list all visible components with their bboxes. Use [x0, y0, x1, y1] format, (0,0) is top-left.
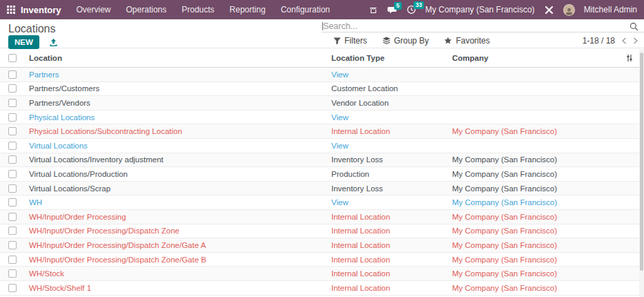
- table-row[interactable]: Virtual Locations View: [0, 139, 639, 153]
- table-row[interactable]: WH View My Company (San Francisco): [0, 195, 639, 210]
- vertical-scrollbar[interactable]: [639, 49, 644, 297]
- row-checkbox[interactable]: [8, 84, 17, 93]
- cell-location-type[interactable]: View: [331, 142, 452, 150]
- optional-columns-icon[interactable]: [620, 54, 639, 62]
- cell-location[interactable]: Partners: [22, 70, 331, 79]
- row-checkbox[interactable]: [8, 227, 17, 235]
- tools-icon[interactable]: [544, 5, 554, 15]
- select-all-checkbox[interactable]: [8, 54, 17, 62]
- row-checkbox[interactable]: [8, 284, 17, 292]
- cell-location[interactable]: WH/Input/Order Processing/Dispatch Zone: [22, 227, 331, 235]
- row-checkbox[interactable]: [8, 70, 17, 79]
- row-checkbox[interactable]: [8, 213, 17, 221]
- table-row[interactable]: Partners/Vendors Vendor Location: [0, 96, 639, 111]
- cell-location[interactable]: Virtual Locations/Production: [22, 170, 331, 178]
- row-checkbox[interactable]: [8, 256, 17, 264]
- group-by-button[interactable]: Group By: [382, 36, 429, 46]
- table-row[interactable]: WH/Stock Internal Location My Company (S…: [0, 267, 639, 281]
- cell-company[interactable]: My Company (San Francisco): [452, 170, 620, 178]
- table-row[interactable]: WH/Input/Order Processing/Dispatch Zone/…: [0, 253, 639, 267]
- table-row[interactable]: Partners View: [0, 68, 639, 82]
- new-button[interactable]: NEW: [8, 35, 39, 49]
- cell-location-type[interactable]: View: [331, 70, 452, 79]
- column-header-location[interactable]: Location: [22, 54, 331, 62]
- row-checkbox[interactable]: [8, 198, 17, 207]
- user-menu[interactable]: Mitchell Admin: [584, 5, 637, 15]
- cell-company[interactable]: My Company (San Francisco): [452, 269, 620, 278]
- row-checkbox[interactable]: [8, 269, 17, 278]
- menu-configuration[interactable]: Configuration: [281, 5, 330, 15]
- row-checkbox[interactable]: [8, 113, 17, 122]
- cell-location-type[interactable]: Internal Location: [331, 256, 452, 264]
- table-row[interactable]: Physical Locations View: [0, 111, 639, 125]
- cell-location[interactable]: Virtual Locations/Inventory adjustment: [22, 155, 331, 164]
- cell-location[interactable]: Partners/Customers: [22, 84, 331, 93]
- row-checkbox[interactable]: [8, 241, 17, 249]
- app-name[interactable]: Inventory: [21, 5, 61, 15]
- cell-location[interactable]: WH/Stock: [22, 269, 331, 278]
- cell-company[interactable]: My Company (San Francisco): [452, 227, 620, 235]
- apps-grid-icon[interactable]: [7, 6, 15, 14]
- row-checkbox[interactable]: [8, 170, 17, 178]
- cell-location[interactable]: WH/Input/Order Processing: [22, 213, 331, 221]
- menu-reporting[interactable]: Reporting: [230, 5, 266, 15]
- cell-location[interactable]: Virtual Locations/Scrap: [22, 184, 331, 193]
- cell-location-type[interactable]: Production: [331, 170, 452, 178]
- menu-products[interactable]: Products: [182, 5, 214, 15]
- user-avatar[interactable]: [563, 4, 575, 16]
- cell-location-type[interactable]: Internal Location: [331, 241, 452, 249]
- table-row[interactable]: WH/Input/Order Processing/Dispatch Zone …: [0, 224, 639, 239]
- cell-location[interactable]: Partners/Vendors: [22, 99, 331, 107]
- cell-company[interactable]: My Company (San Francisco): [452, 284, 620, 292]
- cell-location-type[interactable]: Inventory Loss: [331, 155, 452, 164]
- cell-location[interactable]: WH/Stock/Shelf 1: [22, 284, 331, 292]
- cell-location-type[interactable]: View: [331, 113, 452, 122]
- cell-location-type[interactable]: Internal Location: [331, 269, 452, 278]
- cell-company[interactable]: My Company (San Francisco): [452, 184, 620, 193]
- cell-location-type[interactable]: View: [331, 198, 452, 207]
- cell-location-type[interactable]: Internal Location: [331, 213, 452, 221]
- cell-location[interactable]: WH/Input/Order Processing/Dispatch Zone/…: [22, 256, 331, 264]
- cell-company[interactable]: My Company (San Francisco): [452, 213, 620, 221]
- row-checkbox[interactable]: [8, 155, 17, 164]
- cell-location-type[interactable]: Internal Location: [331, 284, 452, 292]
- cell-location-type[interactable]: Internal Location: [331, 127, 452, 135]
- cell-location-type[interactable]: Internal Location: [331, 227, 452, 235]
- company-switcher[interactable]: My Company (San Francisco): [425, 5, 535, 15]
- table-row[interactable]: WH/Stock/Shelf 1 Internal Location My Co…: [0, 281, 639, 296]
- filters-button[interactable]: Filters: [333, 36, 367, 46]
- column-header-company[interactable]: Company: [452, 54, 620, 62]
- table-row[interactable]: Physical Locations/Subcontracting Locati…: [0, 124, 639, 139]
- table-row[interactable]: WH/Input/Order Processing Internal Locat…: [0, 210, 639, 224]
- column-header-location-type[interactable]: Location Type: [331, 54, 452, 62]
- menu-overview[interactable]: Overview: [77, 5, 111, 15]
- messages-icon[interactable]: 5: [387, 6, 398, 15]
- menu-operations[interactable]: Operations: [126, 5, 167, 15]
- table-row[interactable]: Partners/Customers Customer Location: [0, 82, 639, 97]
- cell-location-type[interactable]: Customer Location: [331, 84, 452, 93]
- cell-location[interactable]: Physical Locations/Subcontracting Locati…: [22, 127, 331, 135]
- cell-company[interactable]: My Company (San Francisco): [452, 155, 620, 164]
- row-checkbox[interactable]: [8, 184, 17, 193]
- favorites-button[interactable]: Favorites: [444, 36, 489, 46]
- cell-location[interactable]: WH/Input/Order Processing/Dispatch Zone/…: [22, 241, 331, 249]
- cell-company[interactable]: My Company (San Francisco): [452, 198, 620, 207]
- storefront-icon[interactable]: [369, 5, 378, 15]
- table-row[interactable]: Virtual Locations/Scrap Inventory Loss M…: [0, 182, 639, 196]
- table-row[interactable]: WH/Input/Order Processing/Dispatch Zone/…: [0, 238, 639, 253]
- cell-company[interactable]: My Company (San Francisco): [452, 241, 620, 249]
- row-checkbox[interactable]: [8, 99, 17, 107]
- cell-company[interactable]: My Company (San Francisco): [452, 256, 620, 264]
- search-input[interactable]: [323, 21, 613, 32]
- search-icon[interactable]: [630, 22, 638, 31]
- upload-icon[interactable]: [49, 38, 58, 47]
- pager-next-icon[interactable]: [633, 37, 638, 44]
- pager-previous-icon[interactable]: [621, 37, 627, 44]
- scrollbar-thumb[interactable]: [640, 52, 643, 271]
- cell-location[interactable]: WH: [22, 198, 331, 207]
- cell-location[interactable]: Virtual Locations: [22, 142, 331, 150]
- row-checkbox[interactable]: [8, 142, 17, 150]
- table-row[interactable]: Virtual Locations/Production Production …: [0, 167, 639, 182]
- row-checkbox[interactable]: [8, 127, 17, 135]
- activities-clock-icon[interactable]: 33: [407, 5, 416, 15]
